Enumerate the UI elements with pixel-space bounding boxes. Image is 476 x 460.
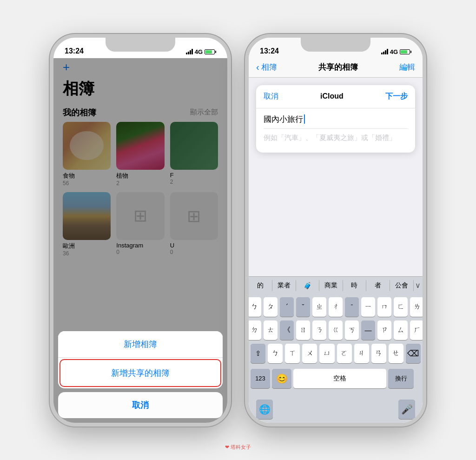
key-i[interactable]: ㄩ bbox=[319, 344, 334, 363]
keyboard: 的 業者 🧳 商業 時 者 公會 ∨ ㄅ ㄆ bbox=[249, 276, 423, 423]
numbers-key[interactable]: 123 bbox=[251, 369, 270, 388]
phone-left: 13:24 4G + 相簿 我的相簿 顯示全部 bbox=[50, 34, 231, 427]
cancel-button[interactable]: 取消 bbox=[58, 392, 223, 418]
key-j[interactable]: ㄐ bbox=[354, 344, 369, 363]
key-d[interactable]: ㄉ bbox=[249, 320, 261, 340]
key-row-3: ⇧ ㄅ ㄒ ㄨ ㄩ ㄛ ㄐ ㄢ ㄝ ⌫ bbox=[251, 344, 421, 363]
suggestion-item[interactable]: 者 bbox=[368, 280, 388, 292]
network-left: 4G bbox=[195, 48, 203, 55]
key-g[interactable]: ㄍ bbox=[329, 320, 343, 340]
back-button[interactable]: ‹ 相簿 bbox=[256, 62, 277, 73]
suggestion-item[interactable]: 業者 bbox=[274, 280, 294, 292]
key-ch[interactable]: ㄔ bbox=[329, 297, 343, 317]
key-x[interactable]: ㄒ bbox=[285, 344, 300, 363]
key-row-2: ㄉ ㄊ 《 ㄖ ㄋ ㄍ ㄎ — ㄗ ㄙ ㄏ bbox=[251, 320, 421, 340]
icloud-service-label: iCloud bbox=[320, 92, 344, 100]
suggestion-item[interactable]: 公會 bbox=[391, 280, 411, 292]
edit-button[interactable]: 編輯 bbox=[399, 62, 415, 73]
key-p[interactable]: ㄆ bbox=[264, 297, 278, 317]
battery-right bbox=[400, 49, 411, 54]
status-icons-left: 4G bbox=[186, 48, 216, 55]
delete-key[interactable]: ⌫ bbox=[406, 344, 421, 363]
key-zh[interactable]: ㄓ bbox=[312, 297, 326, 317]
album-name-placeholder: 例如「汽車」、「夏威夷之旅」或「婚禮」 bbox=[264, 129, 408, 147]
key-f[interactable]: ㄈ bbox=[394, 297, 408, 317]
back-chevron-icon: ‹ bbox=[256, 62, 259, 73]
key-dash[interactable]: — bbox=[361, 320, 375, 340]
keyboard-rows: ㄅ ㄆ ˊ ˇ ㄓ ㄔ ˉ ㄧ ㄇ ㄈ ㄌ ㄉ ㄊ 《 ㄖ bbox=[249, 294, 423, 366]
album-name-value: 國內小旅行 bbox=[264, 114, 303, 125]
keyboard-suggestions: 的 業者 🧳 商業 時 者 公會 ∨ bbox=[249, 276, 423, 294]
key-c[interactable]: ㄗ bbox=[377, 320, 391, 340]
keyboard-bottom-row: 123 😊 空格 換行 bbox=[249, 366, 423, 398]
network-right: 4G bbox=[390, 48, 398, 55]
key-t[interactable]: ㄊ bbox=[264, 320, 278, 340]
phone2-content: ‹ 相簿 共享的相簿 編輯 取消 iCloud 下一步 國內小旅行 例如「汽車」… bbox=[249, 58, 423, 423]
key-tone2[interactable]: ˊ bbox=[280, 297, 294, 317]
icloud-dialog-header: 取消 iCloud 下一步 bbox=[256, 85, 415, 108]
action-sheet-overlay: 新增相簿 新增共享的相簿 取消 bbox=[53, 58, 227, 423]
phone-right: 13:24 4G ‹ 相簿 共享的相簿 編輯 bbox=[245, 34, 426, 427]
emoji-key[interactable]: 😊 bbox=[272, 369, 291, 388]
signal-icon-right bbox=[381, 49, 388, 54]
key-q[interactable]: ㄅ bbox=[268, 344, 283, 363]
back-label: 相簿 bbox=[261, 62, 277, 73]
key-tone3[interactable]: ˇ bbox=[296, 297, 310, 317]
globe-key[interactable]: 🌐 bbox=[256, 400, 273, 419]
return-key[interactable]: 換行 bbox=[388, 369, 414, 388]
notch-right bbox=[301, 38, 370, 52]
action-sheet: 新增相簿 新增共享的相簿 取消 bbox=[53, 331, 227, 423]
key-b[interactable]: ㄅ bbox=[249, 297, 261, 317]
nav-bar-right: ‹ 相簿 共享的相簿 編輯 bbox=[249, 58, 423, 78]
key-e[interactable]: ㄝ bbox=[389, 344, 403, 363]
key-w[interactable]: ㄢ bbox=[371, 344, 386, 363]
page-title-right: 共享的相簿 bbox=[318, 62, 358, 73]
action-group-main: 新增相簿 新增共享的相簿 bbox=[58, 331, 223, 388]
icloud-next-button[interactable]: 下一步 bbox=[385, 92, 408, 101]
key-k[interactable]: ㄎ bbox=[345, 320, 359, 340]
add-album-button[interactable]: 新增相簿 bbox=[58, 331, 223, 358]
key-n[interactable]: ㄋ bbox=[312, 320, 326, 340]
key-tone1[interactable]: ˉ bbox=[345, 297, 359, 317]
album-name-input[interactable]: 國內小旅行 bbox=[264, 114, 408, 129]
status-icons-right: 4G bbox=[381, 48, 411, 55]
suggestions-expand-icon[interactable]: ∨ bbox=[415, 281, 421, 290]
watermark: ❤ 塔科女子 bbox=[225, 444, 251, 451]
mic-key[interactable]: 🎤 bbox=[398, 400, 415, 419]
icloud-dialog: 取消 iCloud 下一步 國內小旅行 例如「汽車」、「夏威夷之旅」或「婚禮」 bbox=[256, 85, 415, 153]
key-row-1: ㄅ ㄆ ˊ ˇ ㄓ ㄔ ˉ ㄧ ㄇ ㄈ ㄌ bbox=[251, 297, 421, 317]
space-key[interactable]: 空格 bbox=[293, 369, 386, 388]
icloud-cancel-button[interactable]: 取消 bbox=[264, 92, 278, 101]
key-m[interactable]: ㄇ bbox=[377, 297, 391, 317]
time-right: 13:24 bbox=[260, 47, 279, 55]
icloud-input-area: 國內小旅行 例如「汽車」、「夏威夷之旅」或「婚禮」 bbox=[256, 108, 415, 153]
key-u[interactable]: ㄨ bbox=[302, 344, 317, 363]
suggestion-item[interactable]: 的 bbox=[251, 280, 270, 292]
key-o[interactable]: ㄛ bbox=[337, 344, 352, 363]
key-bracket[interactable]: 《 bbox=[280, 320, 294, 340]
key-y[interactable]: ㄧ bbox=[361, 297, 375, 317]
key-s[interactable]: ㄙ bbox=[394, 320, 408, 340]
suggestion-item[interactable]: 時 bbox=[344, 280, 364, 292]
suggestion-item[interactable]: 商業 bbox=[321, 280, 341, 292]
time-left: 13:24 bbox=[65, 47, 84, 55]
suggestion-item[interactable]: 🧳 bbox=[298, 280, 317, 291]
battery-left bbox=[205, 49, 216, 54]
key-shift[interactable]: ⇧ bbox=[251, 344, 265, 363]
text-cursor bbox=[304, 114, 305, 124]
signal-icon-left bbox=[186, 49, 193, 54]
add-shared-album-button[interactable]: 新增共享的相簿 bbox=[60, 359, 221, 387]
notch-left bbox=[106, 38, 175, 52]
key-r[interactable]: ㄖ bbox=[296, 320, 310, 340]
phone1-content: + 相簿 我的相簿 顯示全部 食物 56 植物 2 bbox=[53, 58, 227, 423]
key-l[interactable]: ㄌ bbox=[410, 297, 423, 317]
key-h[interactable]: ㄏ bbox=[410, 320, 423, 340]
